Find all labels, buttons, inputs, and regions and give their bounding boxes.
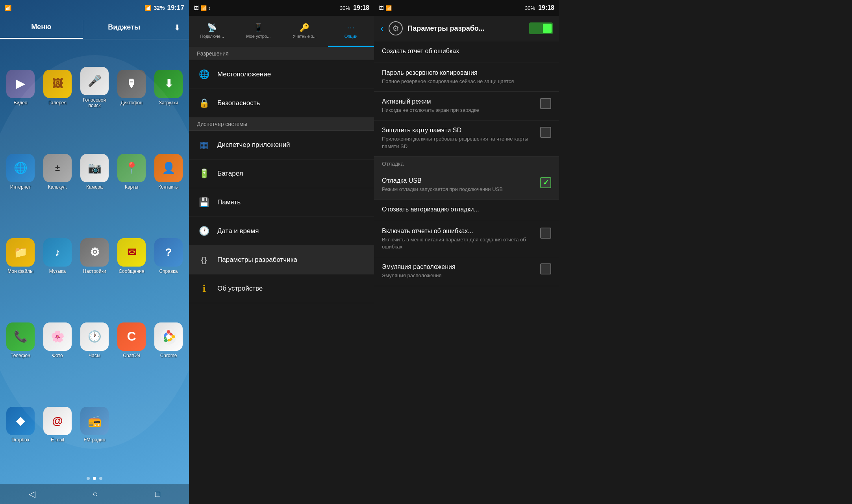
appmanager-label: Диспетчер приложений <box>217 141 290 149</box>
bugreportmenu-checkbox[interactable] <box>540 228 551 239</box>
tab-menu[interactable]: Меню <box>0 16 83 39</box>
settings-item-developer[interactable]: {} Параметры разработчика <box>189 246 374 274</box>
mocklocation-checkbox[interactable] <box>540 263 551 274</box>
stayawake-title: Активный режим <box>382 98 535 105</box>
dot-3[interactable] <box>99 477 102 480</box>
app-calc[interactable]: ± Калькул. <box>41 154 74 190</box>
settings-item-location[interactable]: 🌐 Местоположение <box>189 60 374 89</box>
extra-space <box>559 0 852 504</box>
app-contacts[interactable]: 👤 Контакты <box>152 154 185 190</box>
app-messages-label: Сообщения <box>119 269 144 274</box>
revokeauth-title: Отозвать авторизацию отладки... <box>382 206 551 213</box>
app-email-icon: @ <box>43 407 72 435</box>
dev-option-mocklocation[interactable]: Эмуляция расположения Эмуляция расположе… <box>374 257 559 286</box>
tab-connections[interactable]: 📡 Подключе... <box>189 16 235 47</box>
app-phone[interactable]: 📞 Телефон <box>4 322 37 358</box>
app-gallery-label: Галерея <box>48 100 67 106</box>
download-tab-button[interactable]: ⬇ <box>165 16 189 39</box>
accounts-icon: 🔑 <box>300 23 309 32</box>
app-chrome[interactable]: Chrome <box>152 322 185 358</box>
developer-toggle[interactable] <box>529 22 553 34</box>
protectsd-subtitle: Приложения должны требовать разрешения н… <box>382 135 535 150</box>
tab-widgets[interactable]: Виджеты <box>83 16 166 39</box>
app-settings-label: Настройки <box>83 269 106 274</box>
dev-option-usbdebug[interactable]: Отладка USB Режим отладки запускается пр… <box>374 171 559 200</box>
stayawake-checkbox[interactable] <box>540 98 551 109</box>
dev-option-protectsd[interactable]: Защитить карту памяти SD Приложения долж… <box>374 120 559 156</box>
dot-1[interactable] <box>87 477 90 480</box>
app-help-icon: ? <box>154 238 183 267</box>
datetime-label: Дата и время <box>217 227 259 235</box>
status2-battery: 30% <box>340 5 350 11</box>
app-chrome-label: Chrome <box>160 353 177 358</box>
app-dropbox-icon: ◆ <box>6 407 35 435</box>
protectsd-checkbox[interactable] <box>540 127 551 138</box>
app-messages[interactable]: ✉ Сообщения <box>115 238 148 274</box>
time-display: 19:17 <box>167 4 184 12</box>
app-clock-icon: 🕐 <box>80 322 109 351</box>
app-voice-label: Голосовой поиск <box>79 97 110 108</box>
app-fmradio[interactable]: 📻 FM-радио <box>78 407 111 443</box>
back-nav-button[interactable]: ‹ <box>380 22 384 35</box>
settings-panel: 🖼 📶 ↕ 30% 19:18 📡 Подключе... 📱 Мое устр… <box>189 0 374 504</box>
toggle-thumb <box>543 24 552 33</box>
app-myfiles-icon: 📁 <box>6 238 35 267</box>
app-contacts-label: Контакты <box>158 184 179 190</box>
app-gallery-icon: 🖼 <box>43 70 72 98</box>
settings-item-appmanager[interactable]: ▦ Диспетчер приложений <box>189 131 374 159</box>
app-photos[interactable]: 🌸 Фото <box>41 322 74 358</box>
tab-mydevice[interactable]: 📱 Мое устро... <box>235 16 282 47</box>
settings-item-datetime[interactable]: 🕐 Дата и время <box>189 217 374 246</box>
app-gallery[interactable]: 🖼 Галерея <box>41 70 74 106</box>
app-settings-icon: ⚙ <box>80 238 109 267</box>
protectsd-title: Защитить карту памяти SD <box>382 127 535 134</box>
dev-option-bugreport[interactable]: Создать отчет об ошибках <box>374 41 559 63</box>
datetime-icon: 🕐 <box>197 224 211 238</box>
wifi-icon: 📶 <box>5 5 11 11</box>
app-contacts-icon: 👤 <box>154 154 183 182</box>
app-settings[interactable]: ⚙ Настройки <box>78 238 111 274</box>
status-bar-1: 📶 📶 32% 19:17 <box>0 0 189 16</box>
app-myfiles[interactable]: 📁 Мои файлы <box>4 238 37 274</box>
app-dropbox-label: Dropbox <box>11 437 29 443</box>
app-dictaphone[interactable]: 🎙 Диктофон <box>115 70 148 106</box>
home-button[interactable]: ○ <box>93 489 98 499</box>
app-email[interactable]: @ E-mail <box>41 407 74 443</box>
settings-item-about[interactable]: ℹ Об устройстве <box>189 274 374 303</box>
app-myfiles-label: Мои файлы <box>7 269 33 274</box>
app-voice[interactable]: 🎤 Голосовой поиск <box>78 67 111 108</box>
settings-item-security[interactable]: 🔒 Безопасность <box>189 89 374 118</box>
app-video[interactable]: ▶ Видео <box>4 70 37 106</box>
bugreport-title: Создать отчет об ошибках <box>382 48 551 55</box>
dev-option-stayawake[interactable]: Активный режим Никогда не отключать экра… <box>374 92 559 120</box>
battery-label: Батарея <box>217 170 243 178</box>
app-help[interactable]: ? Справка <box>152 238 185 274</box>
app-music[interactable]: ♪ Музыка <box>41 238 74 274</box>
app-clock[interactable]: 🕐 Часы <box>78 322 111 358</box>
mocklocation-subtitle: Эмуляция расположения <box>382 272 535 279</box>
app-dictaphone-label: Диктофон <box>120 100 142 106</box>
battery-text: 32% <box>154 5 165 11</box>
app-chaton[interactable]: C ChatON <box>115 322 148 358</box>
app-internet[interactable]: 🌐 Интернет <box>4 154 37 190</box>
nav-bar: ◁ ○ □ <box>0 484 189 504</box>
dev-option-revokeauth[interactable]: Отозвать авторизацию отладки... <box>374 200 559 221</box>
tab-options[interactable]: ⋯ Опции <box>328 16 374 47</box>
app-camera[interactable]: 📷 Камера <box>78 154 111 190</box>
dev-option-bugreportmenu[interactable]: Включать отчеты об ошибках... Включить в… <box>374 221 559 257</box>
settings-item-memory[interactable]: 💾 Память <box>189 188 374 217</box>
dev-option-backuppassword[interactable]: Пароль резервного копирования Полное рез… <box>374 63 559 92</box>
app-maps[interactable]: 📍 Карты <box>115 154 148 190</box>
status2-icons: 🖼 📶 ↕ <box>194 5 211 11</box>
settings-item-battery[interactable]: 🔋 Батарея <box>189 159 374 188</box>
back-button[interactable]: ◁ <box>29 489 35 499</box>
dot-2[interactable] <box>93 477 96 480</box>
app-photos-icon: 🌸 <box>43 322 72 351</box>
tab-accounts[interactable]: 🔑 Учетные з... <box>282 16 328 47</box>
developer-icon: {} <box>197 253 211 267</box>
app-dropbox[interactable]: ◆ Dropbox <box>4 407 37 443</box>
recents-button[interactable]: □ <box>155 489 160 499</box>
usbdebug-checkbox[interactable] <box>540 177 551 188</box>
app-downloads-icon: ⬇ <box>154 70 183 98</box>
app-downloads[interactable]: ⬇ Загрузки <box>152 70 185 106</box>
